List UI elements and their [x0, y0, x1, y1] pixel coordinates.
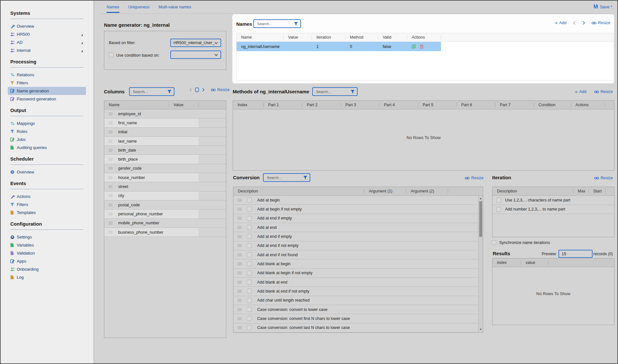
- drag-handle-icon[interactable]: [238, 290, 242, 293]
- columns-page-button[interactable]: [195, 88, 199, 92]
- conversion-row-checkbox[interactable]: [247, 298, 252, 303]
- drag-handle-icon[interactable]: [238, 208, 242, 211]
- conversion-row-checkbox[interactable]: [247, 234, 252, 239]
- conversion-row-checkbox[interactable]: [247, 271, 252, 275]
- column-header-part-3[interactable]: Part 3: [341, 101, 379, 109]
- column-header-iteration[interactable]: Iteration: [312, 33, 345, 42]
- columns-resize-button[interactable]: Resize: [211, 88, 229, 92]
- column-header-description[interactable]: Description: [492, 187, 573, 195]
- conversion-row-checkbox[interactable]: [247, 243, 252, 248]
- drag-handle-icon[interactable]: [238, 308, 242, 311]
- tab-multi-value-names[interactable]: Multi-value names: [159, 5, 191, 13]
- column-header-index[interactable]: index: [492, 258, 521, 267]
- column-header-part-7[interactable]: Part 7: [495, 101, 534, 109]
- conversion-scrollbar[interactable]: ▲ ▼: [478, 196, 483, 332]
- methods-search-input[interactable]: [315, 89, 351, 94]
- conversion-table-row[interactable]: Add blank at begin if not empty: [233, 269, 478, 278]
- conversion-table-row[interactable]: Case conversion: convert to lower case: [233, 305, 478, 314]
- columns-table-row[interactable]: mobile_phone_number: [104, 219, 226, 228]
- conversion-table-row[interactable]: Add at end if not found: [233, 250, 478, 259]
- columns-table-row[interactable]: postal_code: [104, 201, 226, 210]
- column-header-actions[interactable]: Actions: [407, 33, 441, 42]
- column-header-max[interactable]: Max: [573, 187, 589, 195]
- column-header-index[interactable]: Index: [233, 101, 264, 109]
- conversion-table-row[interactable]: Add char until length reached: [233, 296, 478, 305]
- column-header-actions[interactable]: Actions: [571, 101, 605, 109]
- drag-handle-icon[interactable]: [108, 167, 113, 170]
- column-header-value[interactable]: value: [521, 258, 548, 267]
- use-condition-checkbox[interactable]: [109, 52, 114, 57]
- conversion-row-checkbox[interactable]: [247, 198, 252, 202]
- conversion-row-checkbox[interactable]: [247, 289, 252, 294]
- names-resize-button[interactable]: Resize: [592, 21, 610, 25]
- iteration-row-checkbox[interactable]: [496, 198, 501, 202]
- names-next-button[interactable]: [582, 21, 585, 25]
- column-header-part-5[interactable]: Part 5: [418, 101, 457, 109]
- methods-resize-button[interactable]: Resize: [594, 89, 613, 94]
- drag-handle-icon[interactable]: [238, 262, 242, 266]
- sidebar-item-systems-hr500[interactable]: HR500: [8, 30, 86, 38]
- conversion-row-checkbox[interactable]: [247, 252, 252, 257]
- column-header-part-6[interactable]: Part 6: [457, 101, 495, 109]
- conversion-table-row[interactable]: Add at begin if not empty: [233, 205, 478, 214]
- columns-table-row[interactable]: birth_date: [104, 146, 226, 155]
- sidebar-item-configuration-variables[interactable]: Variables: [8, 241, 86, 249]
- columns-search-input[interactable]: [132, 89, 167, 94]
- conversion-table-row[interactable]: Case conversion: convert last N chars to…: [233, 323, 478, 332]
- scroll-down-icon[interactable]: ▼: [479, 327, 483, 332]
- iteration-resize-button[interactable]: Resize: [594, 176, 613, 180]
- columns-prev-button[interactable]: [189, 88, 192, 92]
- column-header-value[interactable]: Value: [284, 33, 312, 42]
- sidebar-item-scheduler-overview[interactable]: Overview: [8, 168, 86, 176]
- drag-handle-icon[interactable]: [108, 221, 113, 225]
- names-add-button[interactable]: +Add: [555, 21, 566, 25]
- sidebar-item-output-auditing-queries[interactable]: Auditing queries: [8, 144, 86, 152]
- sidebar-item-events-filters[interactable]: Filters: [8, 201, 86, 209]
- drag-handle-icon[interactable]: [238, 317, 242, 320]
- synchronize-iterations-checkbox[interactable]: [492, 240, 496, 245]
- copy-icon[interactable]: [412, 44, 416, 49]
- conversion-search-input[interactable]: [266, 175, 303, 180]
- sidebar-item-configuration-settings[interactable]: Settings: [8, 233, 86, 241]
- iteration-table-row[interactable]: Add number 1,2,3,... to name part: [492, 205, 614, 214]
- scrollbar-thumb[interactable]: [479, 201, 482, 237]
- sidebar-item-systems-ad[interactable]: AD: [8, 38, 86, 46]
- drag-handle-icon[interactable]: [238, 235, 242, 238]
- sidebar-item-systems-internal[interactable]: internal: [8, 46, 86, 54]
- columns-table-row[interactable]: gender_code: [104, 164, 226, 173]
- iteration-row-checkbox[interactable]: [496, 207, 501, 212]
- conversion-resize-button[interactable]: Resize: [465, 176, 483, 180]
- drag-handle-icon[interactable]: [108, 203, 113, 207]
- columns-next-button[interactable]: [202, 88, 205, 92]
- columns-table-row[interactable]: last_name: [104, 137, 226, 146]
- column-header-valid[interactable]: Valid: [378, 33, 407, 42]
- conversion-row-checkbox[interactable]: [247, 261, 252, 266]
- sidebar-item-processing-password-generation[interactable]: Password generation: [8, 95, 86, 103]
- conversion-row-checkbox[interactable]: [247, 307, 252, 312]
- tab-uniqueness[interactable]: Uniqueness: [128, 5, 150, 13]
- drag-handle-icon[interactable]: [238, 326, 242, 329]
- column-header-name[interactable]: Name: [237, 33, 284, 42]
- columns-table-row[interactable]: business_phone_number: [104, 228, 226, 237]
- condition-dropdown[interactable]: [170, 51, 221, 59]
- columns-table-row[interactable]: employee_id: [104, 109, 226, 118]
- conversion-row-checkbox[interactable]: [247, 225, 252, 230]
- conversion-table-row[interactable]: Case conversion: convert first N chars t…: [233, 314, 478, 323]
- sidebar-item-configuration-apps[interactable]: Apps: [8, 257, 86, 265]
- column-header-name[interactable]: Name: [104, 101, 169, 109]
- sidebar-item-configuration-log[interactable]: Log: [8, 273, 86, 281]
- columns-table-row[interactable]: initial: [104, 128, 226, 137]
- sidebar-item-processing-name-generation[interactable]: Name generation: [8, 87, 86, 95]
- column-header-argument-1[interactable]: Argument (1): [364, 187, 406, 195]
- preview-count-input[interactable]: [558, 250, 593, 258]
- column-header-start[interactable]: Start: [589, 187, 605, 195]
- drag-handle-icon[interactable]: [238, 244, 242, 247]
- sidebar-item-processing-relations[interactable]: Relations: [8, 71, 86, 79]
- column-header-description[interactable]: Description: [233, 187, 364, 195]
- conversion-row-checkbox[interactable]: [247, 207, 252, 211]
- columns-table-row[interactable]: personal_phone_number: [104, 210, 226, 219]
- conversion-table-row[interactable]: Add at end if empty: [233, 232, 478, 241]
- iteration-table-row[interactable]: Use 1,2,3,... characters of name part: [492, 196, 614, 205]
- tab-names[interactable]: Names: [107, 5, 119, 13]
- column-header-part-2[interactable]: Part 2: [302, 101, 341, 109]
